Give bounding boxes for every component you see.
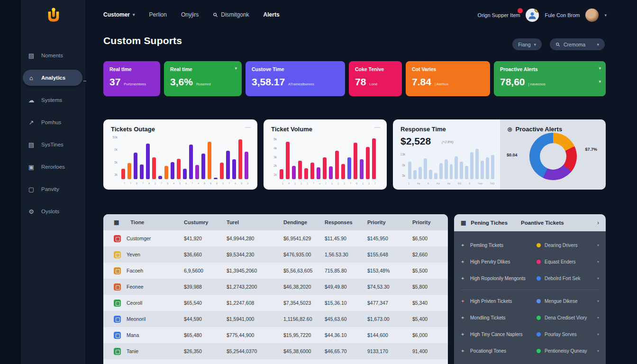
chart-bar <box>475 149 479 179</box>
column-header-priority[interactable]: Priority <box>412 219 448 225</box>
chart-bar <box>486 157 489 179</box>
card-menu[interactable] <box>374 127 380 128</box>
sidebar-item-rerorloes[interactable]: ▣Rerorloes <box>23 159 82 175</box>
column-header-priority[interactable]: Priority <box>367 219 412 225</box>
kpi-sublabel: Rusemrd <box>196 82 210 86</box>
table-row[interactable]: Meonoril$44,590$1,5941,0001,1156,82.60$4… <box>103 311 448 327</box>
kpi-title: Real tIme <box>109 66 154 72</box>
sidebar-item-analytics[interactable]: ⌂Analytics <box>23 70 82 86</box>
column-header-turel[interactable]: Turel <box>227 219 283 225</box>
kpi-card-custove-time[interactable]: Custove Time3,58.17ATramestburees <box>246 61 345 96</box>
chart-bar <box>220 163 224 179</box>
column-header-label: Responses <box>325 219 353 225</box>
chevron-down-icon[interactable]: ▾ <box>597 316 599 320</box>
row-cell: $4,9944,280 <box>227 236 283 241</box>
chevron-down-icon[interactable]: ▾ <box>597 349 599 353</box>
panel-item-high-privten-tickets[interactable]: ✦High Privten TicketsMengue Dikese▾ <box>454 293 606 309</box>
chart-bar <box>360 159 364 179</box>
panel-item-pemling-tickets[interactable]: ✦Pemling TicketsDearing Drivers▾ <box>454 237 606 254</box>
chart-bar <box>419 167 422 179</box>
search-button[interactable]: Cremoma ▾ <box>550 38 605 50</box>
column-header-tione[interactable]: ▦Tione <box>103 219 184 226</box>
kpi-value: 3,6% <box>170 76 193 88</box>
filter-button[interactable]: Fiang ▾ <box>512 38 542 50</box>
chevron-down-icon[interactable]: ▾ <box>597 332 599 337</box>
status-dot <box>537 299 541 303</box>
chart-bar <box>232 159 236 179</box>
nav-item-customer[interactable]: Customer▾ <box>103 11 135 18</box>
chevron-down-icon[interactable]: ▾ <box>597 299 599 303</box>
column-header-dendinge[interactable]: Dendinge <box>283 219 325 225</box>
x-tick: 2 <box>341 182 347 185</box>
table-row[interactable]: Tanie$26,350$5,2544,0370$45,38,6000$46,6… <box>103 343 448 359</box>
row-cell: $11,45.90 <box>325 236 367 241</box>
panel-item-mondling-tickets[interactable]: ✦Mondling TicketsDena Crediset Viory▾ <box>454 309 606 326</box>
sidebar-item-noments[interactable]: ▤Noments <box>23 47 82 64</box>
sidebar-item-oyslots[interactable]: ⚙Oyslots <box>23 203 82 219</box>
kpi-card-real-time[interactable]: Real time3,6%Rusemrd▾ <box>164 61 242 96</box>
chevron-down-icon[interactable]: ▾ <box>597 243 599 247</box>
team-menu[interactable]: Orign Supper Item <box>478 12 520 18</box>
row-name: Meonoril <box>127 316 146 322</box>
table-row[interactable]: Feonee$39,988$1,2743,2200$46,38,2020$49,… <box>103 279 448 295</box>
panel-item-high-ropolonily-mengonts[interactable]: ✦High Ropolonily MengontsDebolrd Fort Se… <box>454 270 606 287</box>
panel-item-high-tiny-cance-naplers[interactable]: ✦High Tiny Cance NaplersPourlay Sorves▾ <box>454 326 606 343</box>
panel-item-pocationgl-tones[interactable]: ✦Pocationgl TonesPentioneisy Quneay▾ <box>454 343 606 359</box>
table-row[interactable]: Customger$41,920$4,9944,280$6,9541,629$1… <box>103 230 448 246</box>
row-cell: $1,3945,2060 <box>227 268 283 273</box>
kpi-sublabel: | Alerhux <box>435 82 448 86</box>
sidebar-item-pomhus[interactable]: ↗Pomhus <box>23 114 82 130</box>
nav-item-onyjirs[interactable]: Onyjirs <box>181 11 199 18</box>
table-row[interactable]: Yeven$36,660$9,5344,230$476,935.001,56.5… <box>103 246 448 263</box>
kpi-card-proactive-alerts[interactable]: Proactive Alerts78,60| navecnos▾▾ <box>494 61 606 96</box>
table-row[interactable]: Facoeh6,9,5600$1,3945,2060$5,56,63,60571… <box>103 263 448 279</box>
nav-item-dismitgonk[interactable]: Dismitgonk <box>213 11 249 18</box>
chevron-down-icon[interactable]: ▾ <box>599 66 601 71</box>
sidebar-item-label: Rerorloes <box>41 164 65 170</box>
user-name[interactable]: Fule Con Brom <box>545 12 580 18</box>
chevron-down-icon[interactable]: ▾ <box>597 260 599 264</box>
card-menu[interactable] <box>245 127 251 128</box>
chart-bar <box>158 176 162 180</box>
chart-bar <box>408 162 411 179</box>
chevron-right-icon[interactable]: › <box>597 219 599 226</box>
nav-item-perlion[interactable]: Perlion <box>149 11 167 18</box>
table-row[interactable]: Mana$65,480$775,44,900$15,95,7220$44,36.… <box>103 327 448 343</box>
brand-logo-icon[interactable] <box>46 7 62 25</box>
divider <box>461 290 599 290</box>
row-type-icon <box>114 267 121 274</box>
share-icon: ↗ <box>27 119 35 126</box>
chevron-down-icon[interactable]: ▾ <box>235 66 237 71</box>
chart-bar <box>372 138 376 179</box>
panel-tab-proactive[interactable]: Poantive Tickets <box>521 220 564 226</box>
kpi-value: 7.84 <box>412 76 431 88</box>
sidebar-item-systems[interactable]: ☁Systems <box>23 92 82 108</box>
sidebar-item-panvity[interactable]: ▢Panvity <box>23 181 82 197</box>
sidebar-item-systines[interactable]: ▤SysTines <box>23 136 82 153</box>
table-row[interactable] <box>103 359 448 364</box>
active-item-marker <box>83 81 86 82</box>
table-row[interactable]: Ceoroll$65,540$1,2247,608$7,354,5023$15,… <box>103 295 448 311</box>
support-avatar[interactable] <box>526 9 539 22</box>
bar-chart <box>121 139 252 179</box>
nav-item-alerts[interactable]: Alerts <box>264 11 280 18</box>
chart-title: Response Time <box>400 126 446 133</box>
y-tick: 1k <box>269 173 277 176</box>
chevron-down-icon[interactable]: ▾ <box>597 276 599 281</box>
panel-tab-pending[interactable]: Pening Tiches <box>471 220 508 226</box>
chevron-down-icon[interactable]: ▾ <box>604 13 607 18</box>
chart-bar <box>121 169 125 180</box>
kpi-card-real-time[interactable]: Real tIme37Purtznembres <box>103 61 160 96</box>
column-header-custumry[interactable]: Custumry <box>184 219 227 225</box>
user-avatar[interactable] <box>585 9 599 22</box>
kpi-value-line: 3,6%Rusemrd <box>170 76 236 88</box>
column-header-responses[interactable]: Responses <box>325 219 367 225</box>
row-cell: $5,2544,0370 <box>227 348 283 354</box>
kpi-card-cot-varies[interactable]: Cot Varies7.84| Alerhux <box>406 61 490 96</box>
panel-item-high-pervlry-dlikes[interactable]: ✦High Pervlry DlikesEquast Enders▾ <box>454 254 606 270</box>
tickets-table: ▦TioneCustumryTurelDendingeResponsesPrio… <box>103 214 448 364</box>
kpi-card-coke-tenive[interactable]: Coke Tenive78Lond <box>349 61 402 96</box>
chevron-down-icon[interactable]: ▾ <box>599 79 601 84</box>
bar-chart <box>280 138 380 179</box>
row-name: Customger <box>127 236 151 241</box>
